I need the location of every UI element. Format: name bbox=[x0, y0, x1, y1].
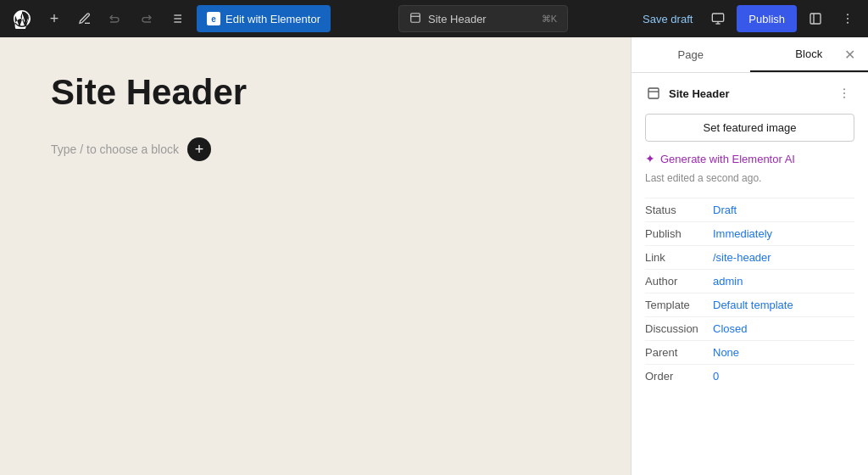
meta-label: Template bbox=[645, 299, 713, 311]
meta-value[interactable]: None bbox=[713, 346, 739, 359]
meta-label: Author bbox=[645, 275, 713, 288]
panel-tabs: Page Block ✕ bbox=[632, 37, 868, 73]
meta-row: StatusDraft bbox=[645, 198, 854, 221]
meta-value[interactable]: Draft bbox=[713, 204, 737, 216]
meta-value[interactable]: Immediately bbox=[713, 227, 772, 240]
meta-row: TemplateDefault template bbox=[645, 293, 854, 316]
svg-point-20 bbox=[843, 97, 845, 98]
ai-generate-label: Generate with Elementor AI bbox=[660, 153, 795, 165]
block-header: Site Header bbox=[645, 83, 854, 103]
add-block-placeholder: Type / to choose a block bbox=[51, 142, 179, 156]
undo-button[interactable] bbox=[102, 5, 129, 32]
right-panel: Page Block ✕ Site Header bbox=[631, 37, 868, 475]
toolbar-center: Site Header ⌘K bbox=[334, 5, 632, 32]
meta-label: Status bbox=[645, 204, 713, 216]
edit-with-elementor-button[interactable]: e Edit with Elementor bbox=[197, 5, 331, 32]
meta-row: Link/site-header bbox=[645, 245, 854, 269]
meta-label: Parent bbox=[645, 346, 713, 359]
add-block-inline-button[interactable]: + bbox=[187, 137, 211, 161]
ai-generate-row[interactable]: ✦ Generate with Elementor AI bbox=[645, 152, 854, 165]
elementor-logo-icon: e bbox=[207, 12, 220, 25]
meta-label: Order bbox=[645, 370, 713, 383]
view-button[interactable] bbox=[704, 5, 732, 32]
panel-body: Site Header Set featured image ✦ Generat… bbox=[632, 73, 868, 475]
meta-row: ParentNone bbox=[645, 340, 854, 364]
meta-label: Publish bbox=[645, 227, 713, 240]
panel-close-button[interactable]: ✕ bbox=[837, 43, 861, 67]
page-title-input[interactable] bbox=[51, 71, 580, 114]
canvas-area: Type / to choose a block + bbox=[0, 37, 631, 475]
document-title-button[interactable]: Site Header ⌘K bbox=[398, 5, 568, 32]
tab-page[interactable]: Page bbox=[632, 37, 750, 72]
block-type-icon bbox=[645, 85, 662, 102]
set-featured-image-button[interactable]: Set featured image bbox=[645, 114, 854, 142]
meta-row: DiscussionClosed bbox=[645, 316, 854, 340]
toolbar-right: Save draft Publish bbox=[636, 5, 861, 32]
meta-row: Authoradmin bbox=[645, 269, 854, 293]
meta-section: StatusDraftPublishImmediatelyLink/site-h… bbox=[645, 198, 854, 388]
meta-row: PublishImmediately bbox=[645, 221, 854, 245]
block-name-label: Site Header bbox=[669, 87, 730, 100]
meta-label: Link bbox=[645, 251, 713, 264]
block-options-button[interactable] bbox=[834, 83, 854, 103]
svg-rect-11 bbox=[810, 14, 821, 24]
svg-point-18 bbox=[843, 88, 845, 90]
settings-panel-button[interactable] bbox=[802, 5, 829, 32]
main-layout: Type / to choose a block + Page Block ✕ bbox=[0, 0, 868, 475]
document-icon bbox=[409, 12, 421, 26]
meta-value[interactable]: /site-header bbox=[713, 251, 771, 264]
svg-rect-8 bbox=[713, 14, 724, 21]
svg-point-14 bbox=[847, 18, 849, 20]
redo-button[interactable] bbox=[132, 5, 159, 32]
meta-value[interactable]: admin bbox=[713, 275, 743, 288]
last-edited-text: Last edited a second ago. bbox=[645, 172, 854, 184]
meta-value[interactable]: 0 bbox=[713, 370, 719, 383]
meta-label: Discussion bbox=[645, 322, 713, 335]
svg-point-13 bbox=[847, 14, 849, 15]
add-block-row: Type / to choose a block + bbox=[51, 137, 580, 161]
publish-button[interactable]: Publish bbox=[737, 5, 797, 32]
svg-rect-16 bbox=[648, 88, 659, 98]
tools-button[interactable] bbox=[71, 5, 98, 32]
svg-point-19 bbox=[843, 92, 845, 94]
list-view-button[interactable] bbox=[163, 5, 190, 32]
wp-logo-button[interactable] bbox=[7, 3, 37, 34]
ai-sparkle-icon: ✦ bbox=[645, 152, 655, 165]
add-block-button[interactable]: + bbox=[41, 5, 68, 32]
canvas-content: Type / to choose a block + bbox=[51, 71, 580, 161]
more-options-button[interactable] bbox=[834, 5, 861, 32]
svg-point-15 bbox=[847, 22, 849, 24]
meta-row: Order0 bbox=[645, 364, 854, 388]
block-header-left: Site Header bbox=[645, 85, 730, 102]
svg-rect-6 bbox=[411, 13, 420, 22]
toolbar: + e Edit with Elementor bbox=[0, 0, 868, 37]
meta-value[interactable]: Closed bbox=[713, 322, 747, 335]
save-draft-button[interactable]: Save draft bbox=[636, 13, 699, 25]
meta-value[interactable]: Default template bbox=[713, 299, 793, 311]
